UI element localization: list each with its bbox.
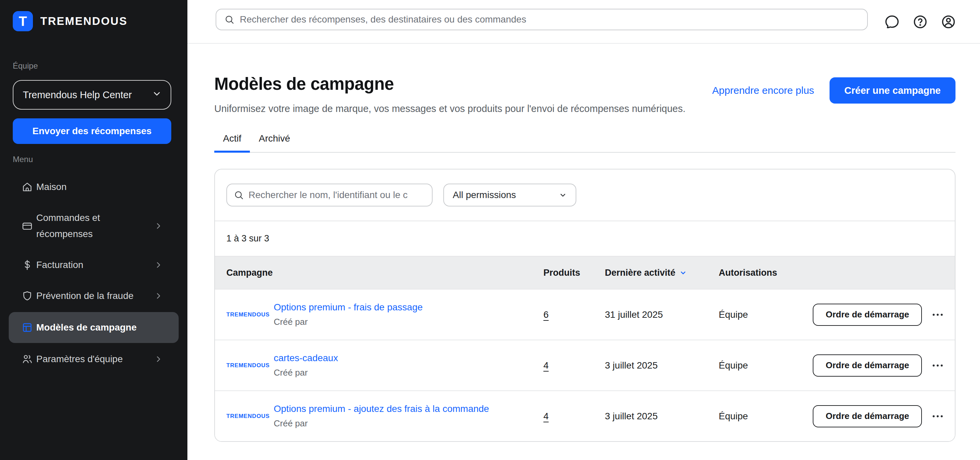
chevron-down-icon bbox=[152, 89, 162, 101]
team-selector[interactable]: Tremendous Help Center bbox=[13, 80, 171, 110]
chevron-right-icon bbox=[154, 221, 163, 231]
column-autorisations: Autorisations bbox=[719, 268, 945, 278]
campaign-name-link[interactable]: cartes-cadeaux bbox=[274, 353, 338, 363]
products-count-link[interactable]: 6 bbox=[543, 309, 549, 320]
row-menu-icon[interactable] bbox=[931, 310, 945, 319]
sort-desc-icon bbox=[679, 268, 687, 277]
chevron-right-icon bbox=[154, 291, 163, 300]
help-icon[interactable] bbox=[912, 14, 928, 30]
table-search-input[interactable] bbox=[248, 190, 425, 200]
template-icon bbox=[21, 322, 33, 333]
table-row: TREMENDOUS Options premium - frais de pa… bbox=[215, 289, 955, 340]
row-brand-logo: TREMENDOUS bbox=[226, 413, 274, 420]
sidebar-item-label: Commandes et récompenses bbox=[36, 210, 147, 242]
sidebar-item-label: Facturation bbox=[36, 257, 147, 273]
topbar-icons bbox=[884, 0, 956, 44]
app-root: T TREMENDOUS Équipe Tremendous Help Cent… bbox=[0, 0, 980, 460]
last-activity-value: 31 juillet 2025 bbox=[605, 309, 663, 320]
campaign-byline: Créé par bbox=[274, 418, 489, 429]
brand-wordmark: TREMENDOUS bbox=[40, 15, 127, 27]
sidebar-item-modeles-campagne[interactable]: Modèles de campagne bbox=[9, 312, 179, 343]
chat-icon[interactable] bbox=[884, 14, 900, 30]
last-activity-value: 3 juillet 2025 bbox=[605, 360, 658, 371]
chevron-down-icon bbox=[558, 190, 568, 200]
search-icon bbox=[224, 14, 234, 24]
brand-logo: T TREMENDOUS bbox=[13, 11, 127, 31]
sidebar-item-label: Prévention de la fraude bbox=[36, 288, 147, 304]
filter-bar: All permissions bbox=[215, 169, 955, 221]
create-campaign-button[interactable]: Créer une campagne bbox=[830, 77, 956, 104]
shield-icon bbox=[21, 290, 33, 302]
sidebar-item-label: Modèles de campagne bbox=[36, 319, 147, 335]
tab-actif[interactable]: Actif bbox=[214, 128, 250, 152]
start-order-button[interactable]: Ordre de démarrage bbox=[813, 303, 922, 326]
sidebar-item-parametres[interactable]: Paramètres d'équipe bbox=[0, 343, 188, 375]
brand-tile-icon: T bbox=[13, 11, 33, 31]
page-head: Modèles de campagne Uniformisez votre im… bbox=[214, 74, 956, 114]
row-menu-icon[interactable] bbox=[931, 412, 945, 421]
learn-more-link[interactable]: Apprendre encore plus bbox=[712, 85, 815, 96]
sidebar-item-fraude[interactable]: Prévention de la fraude bbox=[0, 280, 188, 311]
table-search bbox=[226, 184, 433, 206]
start-order-button[interactable]: Ordre de démarrage bbox=[813, 355, 922, 377]
main-content: Modèles de campagne Uniformisez votre im… bbox=[188, 44, 980, 460]
campaign-byline: Créé par bbox=[274, 317, 423, 327]
last-activity-value: 3 juillet 2025 bbox=[605, 411, 658, 421]
column-campagne: Campagne bbox=[215, 268, 543, 278]
products-count-link[interactable]: 4 bbox=[543, 411, 549, 421]
topbar bbox=[188, 0, 980, 44]
permissions-value: Équipe bbox=[719, 411, 748, 421]
team-section-label: Équipe bbox=[13, 61, 38, 70]
sidebar-item-commandes[interactable]: Commandes et récompenses bbox=[0, 203, 188, 249]
sidebar-nav: Maison Commandes et récompenses Facturat… bbox=[0, 171, 188, 375]
send-rewards-button[interactable]: Envoyer des récompenses bbox=[13, 118, 171, 144]
products-count-link[interactable]: 4 bbox=[543, 360, 549, 371]
account-icon[interactable] bbox=[940, 14, 956, 30]
column-produits: Produits bbox=[543, 268, 605, 278]
tabs: Actif Archivé bbox=[214, 128, 956, 153]
home-icon bbox=[21, 181, 33, 193]
global-search-input[interactable] bbox=[240, 14, 859, 25]
column-derniere-activite[interactable]: Dernière activité bbox=[605, 268, 687, 278]
table-row: TREMENDOUS Options premium - ajoutez des… bbox=[215, 390, 955, 441]
permissions-filter-value: All permissions bbox=[453, 190, 516, 200]
search-icon bbox=[234, 190, 244, 200]
chevron-right-icon bbox=[154, 355, 163, 364]
global-search bbox=[216, 9, 868, 30]
sidebar-item-label: Paramètres d'équipe bbox=[36, 351, 147, 367]
result-count: 1 à 3 sur 3 bbox=[215, 221, 955, 257]
campaign-name-link[interactable]: Options premium - ajoutez des frais à la… bbox=[274, 404, 489, 414]
permissions-value: Équipe bbox=[719, 360, 748, 371]
campaign-table-card: All permissions 1 à 3 sur 3 Campagne Pro… bbox=[214, 169, 956, 442]
campaign-name-link[interactable]: Options premium - frais de passage bbox=[274, 302, 423, 312]
row-brand-logo: TREMENDOUS bbox=[226, 362, 274, 369]
campaign-byline: Créé par bbox=[274, 367, 338, 378]
sidebar-item-facturation[interactable]: Facturation bbox=[0, 249, 188, 280]
start-order-button[interactable]: Ordre de démarrage bbox=[813, 405, 922, 427]
dollar-icon bbox=[21, 259, 33, 271]
table-header: Campagne Produits Dernière activité Auto… bbox=[215, 257, 955, 289]
row-brand-logo: TREMENDOUS bbox=[226, 311, 274, 318]
column-label: Dernière activité bbox=[605, 268, 675, 278]
chevron-right-icon bbox=[154, 260, 163, 270]
page-title: Modèles de campagne bbox=[214, 74, 686, 94]
menu-section-label: Menu bbox=[13, 155, 33, 164]
sidebar-item-maison[interactable]: Maison bbox=[0, 171, 188, 203]
row-menu-icon[interactable] bbox=[931, 361, 945, 370]
permissions-filter[interactable]: All permissions bbox=[443, 184, 576, 206]
page-subtitle: Uniformisez votre image de marque, vos m… bbox=[214, 103, 686, 114]
table-row: TREMENDOUS cartes-cadeaux Créé par 4 3 j… bbox=[215, 340, 955, 390]
tab-archive[interactable]: Archivé bbox=[250, 128, 299, 152]
credit-card-icon bbox=[21, 220, 33, 232]
team-selector-value: Tremendous Help Center bbox=[23, 89, 132, 101]
sidebar-item-label: Maison bbox=[36, 179, 147, 195]
permissions-value: Équipe bbox=[719, 309, 748, 320]
people-icon bbox=[21, 353, 33, 365]
sidebar: T TREMENDOUS Équipe Tremendous Help Cent… bbox=[0, 0, 188, 460]
